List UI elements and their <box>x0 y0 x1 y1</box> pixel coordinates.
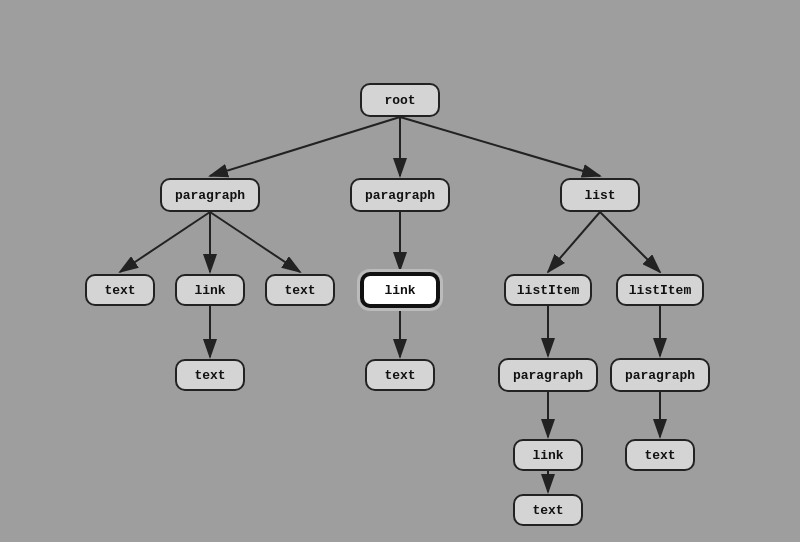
svg-line-10 <box>548 212 600 272</box>
svg-line-3 <box>400 117 600 176</box>
tree-node-list: list <box>560 178 640 212</box>
tree-node-link3: link <box>513 439 583 471</box>
svg-line-4 <box>120 212 210 272</box>
tree-node-root: root <box>360 83 440 117</box>
tree-node-text4: text <box>365 359 435 391</box>
tree-node-link2: link <box>360 272 440 308</box>
tree-node-text5: text <box>625 439 695 471</box>
tree-node-para3: paragraph <box>498 358 598 392</box>
tree-node-link1: link <box>175 274 245 306</box>
tree-node-listitem1: listItem <box>504 274 592 306</box>
tree-node-text3: text <box>175 359 245 391</box>
tree-node-listitem2: listItem <box>616 274 704 306</box>
tree-node-para2: paragraph <box>350 178 450 212</box>
tree-node-para4: paragraph <box>610 358 710 392</box>
tree-node-text2: text <box>265 274 335 306</box>
page-title <box>0 0 800 18</box>
svg-line-1 <box>210 117 400 176</box>
tree-node-text6: text <box>513 494 583 526</box>
tree-node-text1: text <box>85 274 155 306</box>
svg-line-11 <box>600 212 660 272</box>
svg-line-6 <box>210 212 300 272</box>
tree-node-para1: paragraph <box>160 178 260 212</box>
